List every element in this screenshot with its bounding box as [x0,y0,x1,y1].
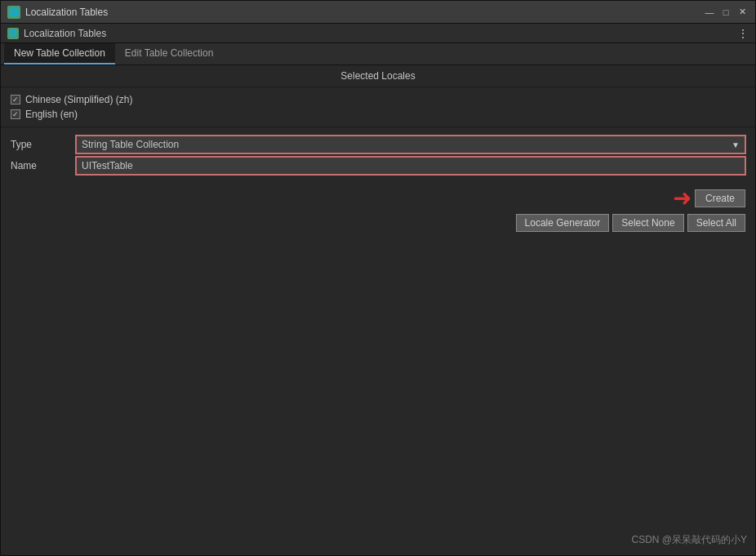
tab-new-table[interactable]: New Table Collection [4,43,115,64]
main-content: Selected Locales Chinese (Simplified) (z… [1,65,755,555]
close-button[interactable]: ✕ [736,6,749,19]
window-title: Localization Tables [25,7,698,18]
arrow-create-row: ➜ Create [1,186,755,211]
name-label: Name [11,160,76,171]
main-window: 🌐 Localization Tables — □ ✕ 🌐 Localizati… [0,0,756,556]
title-bar: 🌐 Localization Tables — □ ✕ [1,1,755,24]
select-all-button[interactable]: Select All [687,214,745,232]
tab-bar-wrapper: 🌐 Localization Tables ⋮ New Table Collec… [1,24,755,65]
type-field: String Table Collection ▼ [76,136,745,153]
locales-list: Chinese (Simplified) (zh) English (en) [1,87,755,127]
minimize-button[interactable]: — [703,6,716,19]
locale-label-en: English (en) [25,109,78,120]
tab-edit-table[interactable]: Edit Table Collection [115,43,224,64]
bottom-buttons: Locale Generator Select None Select All [1,211,755,235]
locale-checkbox-zh[interactable] [11,95,20,105]
name-field [76,157,745,175]
tab-icon-label: Localization Tables [24,28,106,39]
form-area: Type String Table Collection ▼ Name [1,127,755,183]
name-input[interactable] [76,157,745,175]
locale-label-zh: Chinese (Simplified) (zh) [25,94,132,105]
type-row: Type String Table Collection ▼ [11,134,745,155]
window-controls: — □ ✕ [703,6,749,19]
list-item[interactable]: English (en) [11,107,745,122]
name-row: Name [11,155,745,176]
locale-generator-button[interactable]: Locale Generator [516,214,610,232]
type-dropdown-value: String Table Collection [82,139,179,150]
tab-menu-dots[interactable]: ⋮ [737,27,749,40]
maximize-button[interactable]: □ [719,6,732,19]
tab-icon-row: 🌐 Localization Tables ⋮ [1,24,755,43]
type-label: Type [11,139,76,150]
tab-icon: 🌐 [7,28,19,39]
red-arrow-icon: ➜ [673,187,692,210]
selected-locales-header: Selected Locales [1,65,755,87]
window-body: Selected Locales Chinese (Simplified) (z… [1,65,755,555]
type-dropdown[interactable]: String Table Collection ▼ [76,136,745,153]
tabs-row: New Table Collection Edit Table Collecti… [1,43,755,64]
create-button[interactable]: Create [695,189,745,207]
list-item[interactable]: Chinese (Simplified) (zh) [11,92,745,107]
dropdown-arrow-icon: ▼ [732,140,740,149]
select-none-button[interactable]: Select None [612,214,683,232]
window-icon: 🌐 [7,6,20,19]
locale-checkbox-en[interactable] [11,109,20,119]
